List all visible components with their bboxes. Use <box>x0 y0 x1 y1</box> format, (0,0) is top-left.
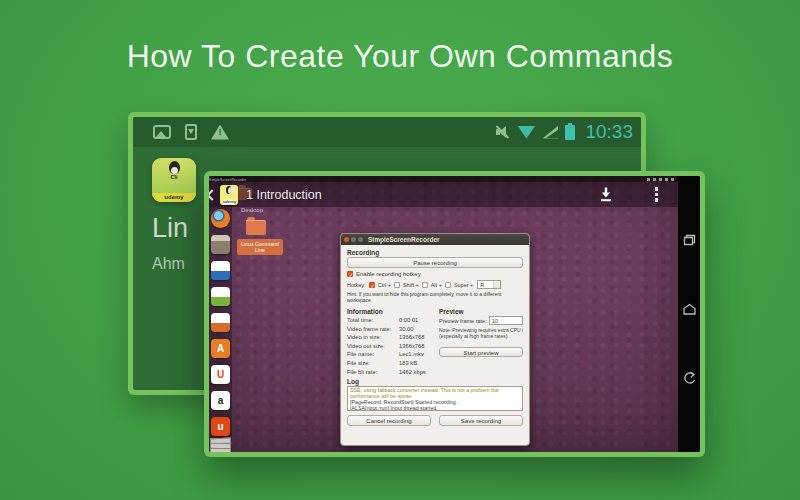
libreoffice-impress-icon[interactable] <box>211 313 230 332</box>
ubuntu-icon[interactable]: u <box>211 417 230 436</box>
player-app-bar: udemy 1 Introduction <box>209 182 678 207</box>
close-icon[interactable] <box>344 237 349 242</box>
info-row: Video in size:1366x768 <box>347 333 439 342</box>
software-center-icon[interactable]: A <box>211 339 230 358</box>
course-icon-label: Cli <box>152 174 196 180</box>
preview-note: Note: Previewing requires extra CPU time… <box>439 327 523 339</box>
mute-icon <box>495 125 510 139</box>
libreoffice-calc-icon[interactable] <box>211 287 230 306</box>
log-textarea[interactable]: SSE, using fallback converter instead. T… <box>347 386 523 411</box>
video-player-screenshot: Desktop Linux Command Line A U a u <box>209 176 700 452</box>
minimize-icon[interactable] <box>351 237 356 242</box>
info-row: Video out size:1366x768 <box>347 342 439 351</box>
simplescreenrecorder-window: SimpleScreenRecorder Recording Pause rec… <box>340 233 530 446</box>
back-icon[interactable] <box>209 189 218 200</box>
tux-icon <box>226 186 232 194</box>
photo-icon <box>153 125 171 139</box>
preview-section-label: Preview <box>439 308 523 315</box>
wifi-icon <box>517 126 535 139</box>
player-screenshot-frame: Desktop Linux Command Line A U a u <box>204 171 705 457</box>
enable-hotkey-checkbox[interactable] <box>347 271 353 277</box>
signal-icon <box>542 126 558 139</box>
shift-checkbox[interactable] <box>394 282 400 288</box>
enable-hotkey-label: Enable recording hotkey <box>356 271 421 277</box>
window-titlebar[interactable]: SimpleScreenRecorder <box>341 234 529 245</box>
preview-frame-rate-label: Preview frame rate: <box>439 318 487 324</box>
info-row: File name:Lec1.mkv <box>347 350 439 359</box>
information-section-label: Information <box>347 308 439 315</box>
overflow-menu-icon[interactable] <box>655 187 659 202</box>
course-instructor: Ahm <box>152 255 185 273</box>
folded-launcher-icon <box>210 448 231 452</box>
shift-label: Shift + <box>403 282 419 288</box>
alt-checkbox[interactable] <box>422 282 428 288</box>
recents-icon[interactable] <box>681 232 697 248</box>
log-section-label: Log <box>347 378 523 385</box>
ctrl-label: Ctrl + <box>378 282 391 288</box>
status-bar: 10:33 <box>133 117 641 147</box>
status-bar-notifications <box>153 124 229 140</box>
log-line: [ALSAInput::run] Input thread started. <box>350 406 520 411</box>
window-title: SimpleScreenRecorder <box>368 236 440 243</box>
linux-command-line-folder-label[interactable]: Linux Command Line <box>237 239 283 255</box>
video-area[interactable]: Desktop Linux Command Line A U a u <box>209 176 678 452</box>
download-icon <box>185 124 197 140</box>
desktop-label: Desktop <box>241 207 263 213</box>
android-nav-bar <box>678 176 700 452</box>
libreoffice-writer-icon[interactable] <box>211 261 230 280</box>
status-bar-system: 10:33 <box>495 121 633 143</box>
amazon-icon[interactable]: a <box>211 391 230 410</box>
udemy-brand-label: udemy <box>152 193 196 202</box>
ubuntu-one-icon[interactable]: U <box>211 365 230 384</box>
promo-banner: How To Create Your Own Commands 10:33 <box>0 0 800 500</box>
firefox-icon[interactable] <box>211 209 230 228</box>
player-app-icon: udemy <box>220 185 238 205</box>
info-row: Video frame rate:30.00 <box>347 325 439 334</box>
preview-frame-rate-input[interactable]: 10 <box>489 316 523 325</box>
clock: 10:33 <box>585 121 633 143</box>
ctrl-checkbox[interactable] <box>369 282 375 288</box>
course-app-icon[interactable]: Cli udemy <box>152 158 196 202</box>
file-manager-icon[interactable] <box>211 235 230 254</box>
info-row: File size:183 kB <box>347 359 439 368</box>
super-checkbox[interactable] <box>445 282 451 288</box>
save-recording-button[interactable]: Save recording <box>439 415 523 426</box>
pause-recording-button[interactable]: Pause recording <box>347 257 523 268</box>
battery-icon <box>565 125 575 140</box>
info-row: Total time:0:00:01 <box>347 316 439 325</box>
info-row: File bit rate:1462 kbps <box>347 368 439 377</box>
warning-icon <box>211 125 229 140</box>
hotkey-key-spinner[interactable]: R <box>477 280 501 289</box>
course-title: Lin <box>152 213 188 244</box>
super-label: Super + <box>454 282 473 288</box>
back-icon[interactable] <box>681 370 697 386</box>
menubar-tray-icons <box>647 178 674 181</box>
lecture-title: 1 Introduction <box>246 188 322 202</box>
alt-label: Alt + <box>431 282 442 288</box>
menubar-app-title: SimpleScreenRecorder <box>209 177 246 181</box>
hotkey-label: Hotkey: <box>347 282 366 288</box>
tux-icon <box>169 161 180 174</box>
recording-section-label: Recording <box>347 249 523 256</box>
unity-launcher: A U a u <box>209 176 232 452</box>
cancel-recording-button[interactable]: Cancel recording <box>347 415 431 426</box>
download-icon[interactable] <box>598 186 614 203</box>
hotkey-hint: Hint: If you want to hide this program c… <box>347 291 523 303</box>
page-title: How To Create Your Own Commands <box>0 38 800 75</box>
linux-command-line-folder-icon[interactable] <box>246 220 266 235</box>
start-preview-button[interactable]: Start preview <box>439 347 523 357</box>
udemy-brand-label: udemy <box>223 199 236 203</box>
home-icon[interactable] <box>681 301 698 317</box>
maximize-icon[interactable] <box>358 237 363 242</box>
